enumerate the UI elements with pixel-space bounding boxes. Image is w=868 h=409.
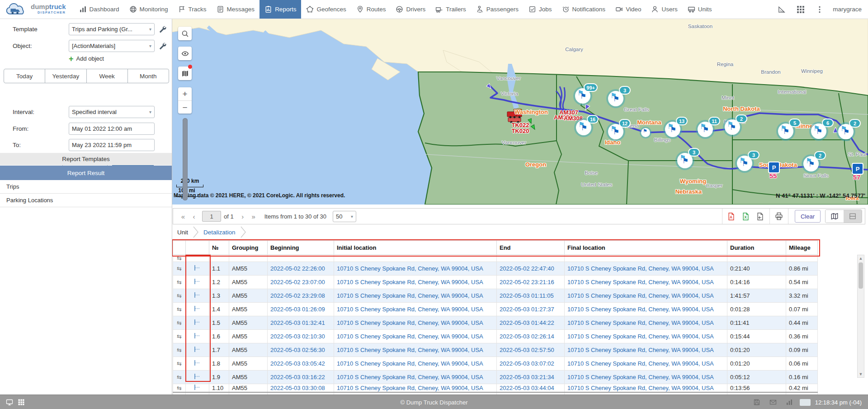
zoom-in-button[interactable]: + — [178, 87, 192, 101]
column-header-beginning[interactable]: Beginning — [268, 241, 334, 255]
nav-item-notifications[interactable]: Notifications — [557, 0, 611, 19]
scroll-up-icon[interactable]: ▲ — [858, 255, 864, 262]
save-icon[interactable] — [751, 397, 763, 407]
add-object-button[interactable]: + Add object — [69, 55, 104, 62]
trip-route-icon[interactable]: ⇆ — [177, 306, 182, 313]
cluster-marker[interactable]: ⚑⚑2 — [725, 119, 740, 135]
scroll-down-icon[interactable]: ▼ — [858, 371, 864, 377]
table-row[interactable]: ⇆1.4AM552022-05-03 01:26:0910710 S Chene… — [173, 303, 818, 316]
map-canvas[interactable]: WashingtonOregonIdahoMontanaNorth Dakota… — [172, 19, 868, 204]
quick-range-yesterday[interactable]: Yesterday — [45, 69, 86, 83]
table-row[interactable]: ⇆1.2AM552022-05-02 23:07:0010710 S Chene… — [173, 276, 818, 289]
clear-results-button[interactable]: Clear — [795, 210, 821, 223]
cluster-marker[interactable]: ⚑⚑13 — [665, 122, 680, 137]
table-row[interactable]: ⇆1.6AM552022-05-03 02:10:3010710 S Chene… — [173, 330, 818, 343]
interval-select[interactable]: Specified interval▾ — [69, 106, 155, 118]
nav-item-drivers[interactable]: Drivers — [391, 0, 430, 19]
cluster-marker[interactable]: ⚑⚑16 — [576, 120, 591, 135]
to-date-input[interactable]: May 23 2022 11:59 pm — [69, 139, 155, 151]
nav-item-reports[interactable]: Reports — [259, 0, 301, 19]
nav-item-passengers[interactable]: Passengers — [471, 0, 524, 19]
grid-view-icon[interactable] — [15, 397, 27, 407]
nav-item-users[interactable]: Users — [646, 0, 682, 19]
table-row[interactable]: ⇆1.1AM552022-05-02 22:26:0010710 S Chene… — [173, 262, 818, 276]
trip-route-icon[interactable]: ⇆ — [177, 374, 182, 380]
table-row[interactable]: ⇆1.8AM552022-05-03 03:05:4210710 S Chene… — [173, 357, 818, 371]
object-settings-wrench-icon[interactable] — [158, 42, 166, 50]
column-header--[interactable]: № — [209, 241, 229, 255]
table-scrollbar[interactable]: ▲ ▼ — [857, 255, 864, 378]
trip-route-icon[interactable]: ⇆ — [177, 319, 182, 326]
nav-item-trailers[interactable]: Trailers — [430, 0, 471, 19]
export-pdf-icon[interactable]: A — [724, 211, 739, 222]
object-select[interactable]: [ActionMaterials]▾ — [69, 40, 155, 52]
tab-detalization[interactable]: Detalization — [199, 229, 240, 236]
column-header-initial-location[interactable]: Initial location — [334, 241, 497, 255]
export-excel-icon[interactable]: X — [739, 211, 753, 222]
user-menu[interactable]: marygrace — [833, 6, 862, 13]
language-indicator[interactable] — [800, 399, 811, 406]
trip-route-icon[interactable]: ⇆ — [177, 333, 182, 340]
app-logo[interactable]: dumptruck DISPATCHER — [5, 2, 66, 17]
table-row[interactable]: ⇆1.3AM552022-05-02 23:29:0810710 S Chene… — [173, 289, 818, 303]
result-item-trips[interactable]: Trips — [0, 180, 172, 194]
report-templates-section[interactable]: Report Templates — [0, 153, 172, 165]
zoom-out-button[interactable]: − — [178, 101, 192, 114]
nav-item-tracks[interactable]: Tracks — [173, 0, 212, 19]
trip-detail-icon[interactable] — [194, 373, 201, 380]
measure-icon[interactable] — [774, 2, 789, 17]
column-header-end[interactable]: End — [497, 241, 565, 255]
chart-icon[interactable] — [783, 397, 795, 407]
last-page-button[interactable]: » — [248, 213, 259, 220]
trip-route-icon[interactable]: ⇆ — [177, 292, 182, 299]
trip-detail-icon[interactable] — [194, 265, 201, 271]
panel-toggle-icon[interactable] — [4, 397, 15, 407]
split-view-toggle[interactable] — [844, 210, 862, 223]
trip-route-icon[interactable]: ⇆ — [177, 347, 182, 353]
quick-range-month[interactable]: Month — [128, 69, 169, 83]
trip-route-icon[interactable]: ⇆ — [177, 255, 182, 262]
table-row-clipped-top[interactable]: ⇆ — [173, 255, 818, 262]
mail-icon[interactable] — [767, 397, 779, 407]
prev-page-button[interactable]: ‹ — [189, 213, 199, 220]
kebab-menu-icon[interactable] — [812, 2, 827, 17]
trip-detail-icon[interactable] — [194, 292, 201, 298]
quick-range-today[interactable]: Today — [4, 69, 45, 83]
print-icon[interactable] — [772, 211, 786, 222]
trip-detail-icon[interactable] — [194, 333, 201, 339]
cluster-marker[interactable]: ⚑⚑12 — [608, 124, 623, 139]
map-timeline-slider[interactable] — [183, 118, 188, 200]
cluster-marker[interactable]: ⚑⚑11 — [698, 122, 713, 137]
nav-item-geofences[interactable]: Geofences — [301, 0, 351, 19]
table-row[interactable]: ⇆1.7AM552022-05-03 02:56:3010710 S Chene… — [173, 343, 818, 357]
column-header-grouping[interactable]: Grouping — [229, 241, 268, 255]
table-row[interactable]: ⇆1.10AM552022-05-03 03:30:0810710 S Chen… — [173, 384, 818, 393]
template-select[interactable]: Trips and Parking (Gr...▾ — [69, 23, 155, 35]
first-page-button[interactable]: « — [178, 213, 189, 220]
nav-item-jobs[interactable]: Jobs — [524, 0, 557, 19]
column-header-duration[interactable]: Duration — [727, 241, 786, 255]
trip-route-icon[interactable]: ⇆ — [177, 385, 182, 391]
trip-detail-icon[interactable] — [194, 384, 201, 390]
nav-item-messages[interactable]: Messages — [212, 0, 260, 19]
cluster-marker[interactable]: ⚑⚑3 — [737, 156, 752, 171]
tab-unit[interactable]: Unit — [173, 229, 193, 236]
cluster-marker[interactable]: ⚑⚑6 — [811, 124, 826, 139]
export-file-icon[interactable] — [753, 211, 768, 222]
map-search-button[interactable] — [178, 27, 192, 40]
scrollbar-thumb[interactable] — [859, 262, 863, 289]
apps-grid-icon[interactable] — [793, 2, 808, 17]
nav-item-units[interactable]: Units — [683, 0, 717, 19]
cluster-marker[interactable]: ⚑⚑2 — [838, 124, 854, 139]
template-settings-wrench-icon[interactable] — [158, 25, 166, 33]
quick-range-week[interactable]: Week — [87, 69, 128, 83]
cluster-marker[interactable]: ⚑⚑2 — [803, 156, 819, 171]
trip-route-icon[interactable]: ⇆ — [177, 265, 182, 272]
cluster-marker[interactable]: ⚑⚑5 — [778, 124, 793, 139]
result-item-parking-locations[interactable]: Parking Locations — [0, 194, 172, 207]
trip-detail-icon[interactable] — [194, 346, 201, 352]
column-header-final-location[interactable]: Final location — [565, 241, 727, 255]
nav-item-video[interactable]: Video — [610, 0, 646, 19]
report-result-section[interactable]: Report Result — [0, 166, 172, 180]
page-number-input[interactable]: 1 — [202, 211, 221, 222]
